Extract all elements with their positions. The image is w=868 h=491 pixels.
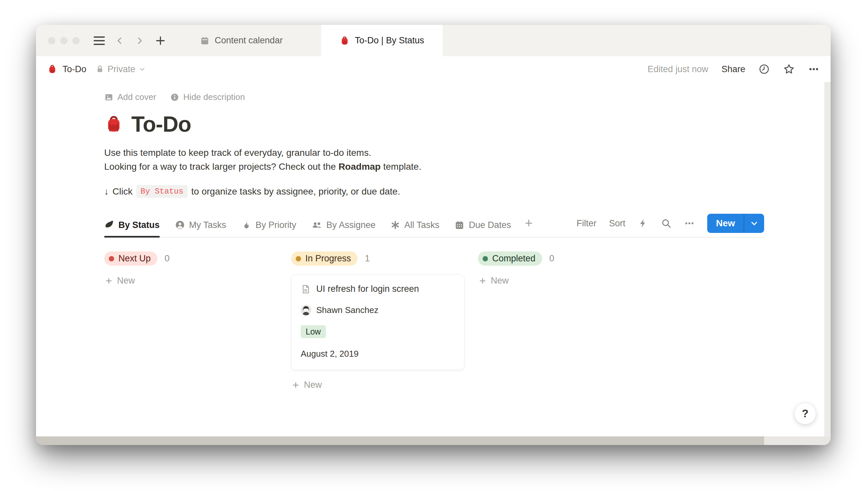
column-header: In Progress 1 bbox=[291, 252, 465, 266]
view-tab-by-priority[interactable]: By Priority bbox=[241, 220, 296, 237]
back-icon[interactable] bbox=[115, 36, 125, 46]
view-tabs-bar: By Status My Tasks By Priority bbox=[104, 214, 764, 237]
backpack-icon bbox=[340, 36, 350, 46]
tab-label: To-Do | By Status bbox=[355, 35, 424, 46]
add-card-button[interactable]: + New bbox=[291, 379, 465, 391]
down-arrow-icon: ↓ bbox=[104, 186, 109, 197]
add-card-button[interactable]: + New bbox=[478, 275, 651, 286]
column-in-progress: In Progress 1 UI refresh for login scree… bbox=[291, 252, 465, 391]
view-tabs: By Status My Tasks By Priority bbox=[104, 220, 511, 237]
forward-icon[interactable] bbox=[134, 36, 145, 46]
new-task-dropdown-button[interactable] bbox=[744, 219, 764, 228]
plus-icon: + bbox=[106, 275, 112, 286]
status-pill-in-progress[interactable]: In Progress bbox=[291, 252, 358, 266]
calendar-icon bbox=[200, 36, 209, 45]
new-task-button[interactable]: New bbox=[707, 218, 744, 229]
top-bar-actions: Edited just now Share bbox=[648, 63, 819, 75]
window-tab-bar: Content calendar To-Do | By Status bbox=[36, 25, 831, 56]
lock-icon bbox=[96, 65, 104, 74]
page-content: Add cover Hide description To-Do Use thi… bbox=[36, 82, 831, 391]
asterisk-icon bbox=[391, 220, 400, 230]
tab-todo-by-status[interactable]: To-Do | By Status bbox=[321, 25, 443, 56]
column-next-up: Next Up 0 + New bbox=[104, 252, 277, 286]
sort-button[interactable]: Sort bbox=[609, 219, 626, 229]
status-dot bbox=[296, 256, 301, 261]
board-view-icon bbox=[104, 220, 114, 230]
share-button[interactable]: Share bbox=[721, 64, 745, 75]
view-tab-by-status[interactable]: By Status bbox=[104, 220, 160, 237]
column-header: Completed 0 bbox=[478, 252, 651, 266]
view-tab-all-tasks[interactable]: All Tasks bbox=[391, 220, 439, 237]
view-more-options-icon[interactable] bbox=[684, 218, 695, 229]
roadmap-link: Roadmap bbox=[338, 162, 381, 172]
add-card-button[interactable]: + New bbox=[104, 275, 277, 286]
edited-status: Edited just now bbox=[648, 64, 708, 75]
card-due-date: August 2, 2019 bbox=[301, 349, 455, 359]
document-icon bbox=[301, 284, 310, 294]
hide-description-button[interactable]: Hide description bbox=[170, 92, 245, 102]
image-icon bbox=[104, 93, 114, 102]
task-card[interactable]: UI refresh for login screen Shawn Sanche… bbox=[291, 274, 465, 370]
avatar bbox=[301, 305, 311, 315]
description-line-2: Looking for a way to track larger projec… bbox=[104, 160, 764, 174]
lightning-icon[interactable] bbox=[638, 218, 648, 229]
minimize-window-button[interactable] bbox=[60, 37, 67, 44]
vertical-scrollbar[interactable] bbox=[824, 82, 831, 436]
view-tab-by-assignee[interactable]: By Assignee bbox=[311, 220, 376, 237]
zoom-window-button[interactable] bbox=[72, 37, 80, 44]
card-assignee-row: Shawn Sanchez bbox=[301, 305, 455, 315]
info-icon bbox=[170, 93, 179, 102]
hint-line: ↓ Click By Status to organize tasks by a… bbox=[104, 185, 764, 198]
card-title-row: UI refresh for login screen bbox=[301, 284, 455, 294]
chevron-down-icon bbox=[139, 65, 146, 73]
column-completed: Completed 0 + New bbox=[478, 252, 651, 286]
inline-code-by-status: By Status bbox=[136, 185, 188, 198]
backpack-icon bbox=[47, 64, 57, 74]
flame-icon bbox=[241, 220, 251, 230]
person-circle-icon bbox=[175, 220, 185, 230]
sidebar-menu-icon[interactable] bbox=[94, 36, 105, 45]
new-tab-icon[interactable] bbox=[154, 35, 167, 47]
add-view-button[interactable]: + bbox=[525, 216, 533, 237]
description-line-1: Use this template to keep track of every… bbox=[104, 146, 764, 160]
view-tab-my-tasks[interactable]: My Tasks bbox=[175, 220, 226, 237]
status-dot bbox=[109, 256, 114, 261]
people-icon bbox=[311, 220, 322, 230]
status-pill-next-up[interactable]: Next Up bbox=[104, 252, 157, 266]
app-window: Content calendar To-Do | By Status To-Do… bbox=[36, 25, 831, 445]
calendar-icon bbox=[454, 220, 465, 230]
page-description[interactable]: Use this template to keep track of every… bbox=[104, 146, 764, 174]
breadcrumb[interactable]: To-Do bbox=[47, 64, 86, 75]
horizontal-scrollbar-track[interactable] bbox=[36, 436, 831, 445]
filter-button[interactable]: Filter bbox=[576, 219, 596, 229]
search-icon[interactable] bbox=[661, 218, 671, 229]
tab-content-calendar[interactable]: Content calendar bbox=[185, 25, 298, 56]
view-actions: Filter Sort New bbox=[576, 214, 764, 237]
page-title[interactable]: To-Do bbox=[131, 112, 191, 137]
more-options-icon[interactable] bbox=[808, 63, 819, 75]
card-assignee: Shawn Sanchez bbox=[316, 305, 379, 315]
priority-badge: Low bbox=[301, 325, 326, 338]
favorite-star-icon[interactable] bbox=[783, 63, 795, 75]
card-title: UI refresh for login screen bbox=[316, 284, 419, 294]
breadcrumb-title: To-Do bbox=[62, 64, 86, 75]
backpack-emoji-icon[interactable] bbox=[104, 114, 123, 134]
privacy-label: Private bbox=[108, 64, 135, 75]
privacy-dropdown[interactable]: Private bbox=[96, 64, 146, 75]
tab-label: Content calendar bbox=[215, 35, 283, 46]
page-meta-actions: Add cover Hide description bbox=[104, 92, 764, 102]
view-tab-due-dates[interactable]: Due Dates bbox=[454, 220, 511, 237]
help-button[interactable]: ? bbox=[794, 403, 816, 425]
close-window-button[interactable] bbox=[48, 37, 55, 44]
kanban-board: Next Up 0 + New In Progress 1 bbox=[104, 252, 764, 391]
window-controls bbox=[36, 25, 80, 56]
plus-icon: + bbox=[292, 379, 299, 391]
column-count: 0 bbox=[165, 254, 170, 264]
history-clock-icon[interactable] bbox=[758, 63, 770, 75]
page-top-bar: To-Do Private Edited just now Share bbox=[36, 56, 831, 82]
add-cover-button[interactable]: Add cover bbox=[104, 92, 156, 102]
horizontal-scrollbar-thumb[interactable] bbox=[36, 436, 764, 445]
new-task-split-button: New bbox=[707, 214, 764, 233]
page-title-row: To-Do bbox=[104, 112, 764, 137]
status-pill-completed[interactable]: Completed bbox=[478, 252, 542, 266]
